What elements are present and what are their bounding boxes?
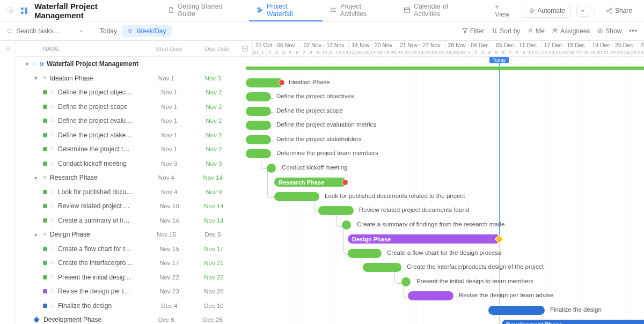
- start-date: Nov 1: [147, 132, 192, 138]
- day-number: 14: [349, 49, 356, 57]
- svg-marker-24: [463, 28, 467, 33]
- collapse-chevron-icon[interactable]: ▾: [26, 61, 30, 67]
- start-date: Nov 3: [147, 160, 192, 167]
- date-range: 28 Nov - 04 Dec: [445, 41, 494, 49]
- gantt-bar[interactable]: Development Phase: [502, 320, 644, 324]
- tab-getting-started-guide[interactable]: Getting Started Guide: [160, 0, 249, 21]
- task-row[interactable]: Revise the design per team a...Nov 23Nov…: [16, 284, 236, 299]
- gantt-bar[interactable]: [408, 291, 453, 300]
- task-row[interactable]: Determine the project team ...Nov 1Nov 2: [16, 142, 236, 157]
- svg-point-8: [331, 8, 332, 9]
- show-button[interactable]: Show: [597, 27, 621, 35]
- gantt-milestone[interactable]: [267, 164, 276, 173]
- collapse-chevron-icon[interactable]: ▾: [34, 175, 40, 181]
- gantt-bar[interactable]: [246, 135, 271, 144]
- more-button[interactable]: •••: [629, 27, 638, 35]
- automate-button[interactable]: Automate: [523, 4, 571, 18]
- svg-point-1: [8, 8, 14, 14]
- svg-rect-2: [258, 8, 260, 9]
- task-row[interactable]: Define the project evaluation...Nov 1Nov…: [16, 114, 236, 128]
- collapse-strip[interactable]: [0, 41, 16, 324]
- status-dot: [43, 105, 47, 109]
- collapse-chevron-icon[interactable]: ▾: [34, 75, 40, 81]
- collapse-chevron-icon[interactable]: ▾: [34, 232, 40, 238]
- gantt-bar-label: Define the project stakeholders: [276, 136, 362, 142]
- task-row[interactable]: ▾⚑Research PhaseNov 4Nov 14: [16, 171, 236, 185]
- day-number: 6: [294, 49, 301, 57]
- task-row[interactable]: Define the project stakehold...Nov 1Nov …: [16, 128, 236, 143]
- task-row[interactable]: ▾⚑Ideation PhaseNov 1Nov 3: [16, 71, 236, 86]
- task-row[interactable]: Look for published documen...Nov 4Nov 9: [16, 185, 236, 200]
- search-input[interactable]: [16, 27, 75, 35]
- filter-label: Filter: [470, 27, 485, 35]
- gantt-bar[interactable]: [318, 206, 354, 215]
- task-row[interactable]: Define the project objectivesNov 1Nov 2: [16, 85, 236, 100]
- add-view-button[interactable]: + View: [487, 0, 522, 21]
- task-row[interactable]: Create the interface/product...Nov 17Nov…: [16, 256, 236, 270]
- summary-bar[interactable]: [246, 67, 644, 70]
- gantt-panel[interactable]: TodayIdeation PhaseDefine the project ob…: [236, 57, 644, 324]
- task-row[interactable]: ▾⚑Design PhaseNov 15Dec 5: [16, 227, 236, 242]
- task-title: Define the project stakehold...: [58, 131, 133, 139]
- task-row[interactable]: Finalize the designDec 4Dec 10: [16, 299, 236, 313]
- range-toggle[interactable]: Week/Day: [122, 25, 171, 37]
- gantt-bar[interactable]: [246, 121, 271, 130]
- svg-rect-4: [258, 11, 260, 12]
- filter-button[interactable]: Filter: [462, 27, 485, 35]
- automate-dropdown[interactable]: [576, 5, 589, 17]
- task-row[interactable]: ▾Waterfall Project Management: [16, 57, 236, 71]
- person-icon: [528, 28, 533, 34]
- main-area: NAME Start Date Due Date 31 Oct - 06 Nov…: [0, 41, 644, 324]
- gantt-bar[interactable]: [274, 192, 319, 201]
- today-button[interactable]: Today: [94, 25, 122, 37]
- day-number: 7: [507, 49, 514, 57]
- flag-icon: ⚑: [42, 75, 47, 81]
- settings-icon[interactable]: [6, 6, 15, 15]
- day-number: 26: [431, 49, 438, 57]
- task-row[interactable]: Development PhaseDec 6Dec 26: [16, 313, 236, 324]
- assignees-button[interactable]: Assignees: [552, 27, 590, 35]
- status-dot: [43, 133, 47, 137]
- me-button[interactable]: Me: [528, 27, 545, 35]
- gantt-milestone[interactable]: [342, 220, 351, 230]
- task-row[interactable]: Define the project scopeNov 1Nov 2: [16, 100, 236, 114]
- add-column-button[interactable]: [241, 45, 252, 52]
- tab-calendar-of-activities[interactable]: Calendar of Activities: [396, 0, 483, 21]
- gantt-milestone[interactable]: [401, 277, 411, 286]
- task-title: Waterfall Project Management: [47, 60, 138, 68]
- due-date: Nov 21: [192, 260, 236, 266]
- gantt-bar-label: Development Phase: [502, 321, 562, 325]
- day-number: 6: [500, 49, 507, 57]
- assignees-label: Assignees: [560, 27, 590, 35]
- task-row[interactable]: Create a flow chart for the d...Nov 15No…: [16, 242, 236, 256]
- status-dot: [43, 247, 47, 251]
- task-row[interactable]: Create a summary of finding...Nov 14Nov …: [16, 213, 236, 228]
- chevron-down-icon[interactable]: [78, 28, 84, 34]
- gantt-bar[interactable]: [363, 263, 401, 272]
- task-row[interactable]: Present the initial design to t...Nov 22…: [16, 270, 236, 285]
- status-dot: [43, 90, 47, 94]
- search-box[interactable]: [6, 27, 84, 35]
- due-date: Nov 28: [192, 288, 236, 294]
- gantt-bar[interactable]: [488, 306, 545, 315]
- sort-button[interactable]: Sort by: [492, 27, 520, 35]
- gantt-bar[interactable]: [246, 107, 271, 116]
- share-button[interactable]: Share: [601, 4, 638, 17]
- task-row[interactable]: Conduct kickoff meetingNov 3Nov 3: [16, 157, 236, 171]
- tab-project-activities[interactable]: Project Activities: [323, 0, 396, 21]
- svg-point-20: [8, 29, 11, 33]
- day-number: 25: [425, 49, 431, 57]
- tab-project-waterfall[interactable]: Project Waterfall: [249, 0, 323, 21]
- start-date: Nov 4: [147, 189, 192, 195]
- gantt-bar[interactable]: [246, 92, 271, 101]
- day-number: 21: [603, 49, 610, 57]
- status-dot: [43, 190, 47, 194]
- gantt-bar[interactable]: [246, 78, 283, 87]
- gantt-bar[interactable]: Research Phase: [274, 178, 347, 187]
- gantt-bar[interactable]: [348, 249, 382, 258]
- day-number: 3: [479, 49, 486, 57]
- gantt-bar[interactable]: Design Phase: [348, 234, 501, 244]
- task-row[interactable]: Review related project docu...Nov 10Nov …: [16, 199, 236, 213]
- day-number: 17: [370, 49, 377, 57]
- gantt-bar[interactable]: [246, 149, 271, 158]
